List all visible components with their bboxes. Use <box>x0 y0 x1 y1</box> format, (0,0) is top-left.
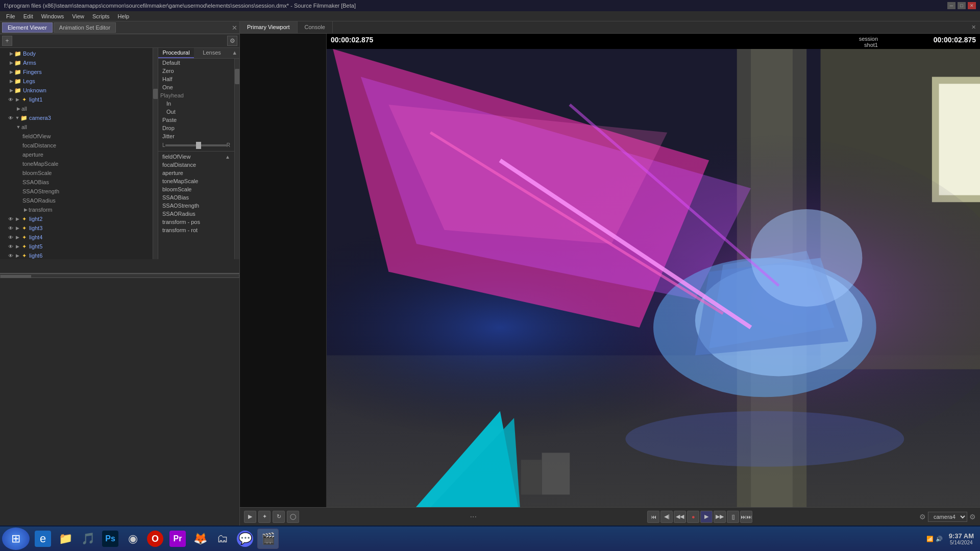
tree-item-unknown[interactable]: ▶ 📁 Unknown <box>0 86 153 95</box>
tree-item-camera3[interactable]: 👁 ▼ 📁 camera3 <box>0 113 153 122</box>
menu-scripts[interactable]: Scripts <box>88 12 114 20</box>
viewport-close-icon[interactable]: ✕ <box>967 21 980 33</box>
left-hscrollbar[interactable] <box>0 274 239 278</box>
eye-icon-light1[interactable]: 👁 <box>8 97 13 103</box>
proc-ssaostrength[interactable]: SSAOStrength <box>158 202 234 210</box>
proc-aperture[interactable]: aperture <box>158 169 234 177</box>
proc-ssaobias[interactable]: SSAOBias <box>158 193 234 202</box>
expand-icon-light3[interactable]: ▶ <box>14 225 20 231</box>
tree-item-ssaostrength[interactable]: SSAOStrength <box>0 187 153 196</box>
proc-slider-track[interactable] <box>165 144 227 146</box>
taskbar-sfm[interactable]: 🎬 <box>257 529 279 549</box>
menu-edit[interactable]: Edit <box>19 12 37 20</box>
proc-one[interactable]: One <box>158 83 234 91</box>
expand-icon-light1[interactable]: ▶ <box>14 96 20 103</box>
tree-item-aperture[interactable]: aperture <box>0 150 153 159</box>
expand-icon-arms[interactable]: ▶ <box>8 60 14 66</box>
pb-tool-select[interactable]: ▶ <box>244 511 256 523</box>
tree-item-transform[interactable]: ▶ transform <box>0 205 153 214</box>
tree-item-tonemapscale[interactable]: toneMapScale <box>0 159 153 168</box>
close-button[interactable]: ✕ <box>968 2 976 9</box>
expand-icon-camera3[interactable]: ▼ <box>14 115 20 121</box>
proc-jitter[interactable]: Jitter <box>158 132 234 140</box>
menu-windows[interactable]: Windows <box>37 12 68 20</box>
proc-ssaoradius[interactable]: SSAORadius <box>158 210 234 218</box>
tree-item-bloomscale[interactable]: bloomScale <box>0 168 153 178</box>
tree-scrollbar[interactable] <box>153 48 158 259</box>
taskbar-photoshop[interactable]: Ps <box>100 529 120 549</box>
tree-item-light1[interactable]: 👁 ▶ ✦ light1 <box>0 95 153 104</box>
proc-bloomscale[interactable]: bloomScale <box>158 185 234 193</box>
proc-paste[interactable]: Paste <box>158 116 234 124</box>
expand-icon-all2[interactable]: ▼ <box>15 124 21 130</box>
tree-item-all-1[interactable]: ▶ all <box>0 104 153 113</box>
proc-in[interactable]: In <box>158 99 234 108</box>
left-hscroll-thumb[interactable] <box>1 275 31 278</box>
expand-icon-light4[interactable]: ▶ <box>14 234 20 240</box>
tree-item-light5[interactable]: 👁 ▶ ✦ light5 <box>0 242 153 251</box>
pb-tool-circle[interactable]: ◯ <box>287 511 299 523</box>
pb-next-frame[interactable]: |] <box>727 511 739 523</box>
menu-view[interactable]: View <box>68 12 88 20</box>
tab-procedural[interactable]: Procedural <box>158 48 194 58</box>
tree-item-light4[interactable]: 👁 ▶ ✦ light4 <box>0 233 153 242</box>
pb-tool-rotate[interactable]: ↻ <box>273 511 285 523</box>
taskbar-opera[interactable]: O <box>145 529 165 549</box>
tree-item-body[interactable]: ▶ 📁 Body <box>0 49 153 58</box>
tree-item-fieldofview[interactable]: fieldOfView <box>0 132 153 141</box>
taskbar-ie[interactable]: e <box>33 529 53 549</box>
tree-view[interactable]: ▶ 📁 Body ▶ 📁 Arms ▶ 📁 Fingers <box>0 48 153 259</box>
expand-icon-all1[interactable]: ▶ <box>15 106 21 112</box>
tab-console[interactable]: Console <box>298 21 333 33</box>
proc-transform-rot[interactable]: transform - rot <box>158 226 234 234</box>
expand-icon-light5[interactable]: ▶ <box>14 243 20 249</box>
taskbar-filemanager[interactable]: 🗂 <box>212 529 233 549</box>
tree-item-light6[interactable]: 👁 ▶ ✦ light6 <box>0 251 153 259</box>
taskbar-premiere[interactable]: Pr <box>167 529 188 549</box>
pb-play[interactable]: ▶ <box>700 511 713 523</box>
tab-element-viewer[interactable]: Element Viewer <box>2 22 53 33</box>
expand-icon-transform[interactable]: ▶ <box>22 207 29 213</box>
pb-tool-transform[interactable]: ✦ <box>258 511 271 523</box>
tree-item-light2[interactable]: 👁 ▶ ✦ light2 <box>0 214 153 223</box>
minimize-button[interactable]: ─ <box>947 2 955 9</box>
viewport-main[interactable]: 00:00:02.875 session shot1 00:00:02.875 <box>327 34 980 507</box>
tree-item-all-2[interactable]: ▼ all <box>0 122 153 132</box>
proc-list[interactable]: Default Zero Half One Playhead In Out Pa… <box>158 59 234 259</box>
panel-close-icon[interactable]: ✕ <box>232 24 237 32</box>
tree-item-ssaobias[interactable]: SSAOBias <box>0 178 153 187</box>
tree-item-ssaoradius[interactable]: SSAORadius <box>0 196 153 205</box>
proc-zero[interactable]: Zero <box>158 67 234 75</box>
eye-icon-light5[interactable]: 👁 <box>8 244 13 249</box>
tree-item-legs[interactable]: ▶ 📁 Legs <box>0 77 153 86</box>
expand-icon-light2[interactable]: ▶ <box>14 216 20 222</box>
pb-prev-keyframe[interactable]: ◀◀ <box>674 511 686 523</box>
proc-scroll-thumb[interactable] <box>235 69 239 84</box>
gear-button[interactable]: ⚙ <box>227 36 237 46</box>
proc-default[interactable]: Default <box>158 59 234 67</box>
proc-out[interactable]: Out <box>158 108 234 116</box>
pb-goto-end[interactable]: ⏭⏭ <box>740 511 752 523</box>
proc-fieldofview[interactable]: fieldOfView ▲ <box>158 153 234 161</box>
proc-drop[interactable]: Drop <box>158 124 234 132</box>
expand-icon-body[interactable]: ▶ <box>8 51 14 57</box>
taskbar-media[interactable]: 🎵 <box>78 529 98 549</box>
tab-animation-set-editor[interactable]: Animation Set Editor <box>54 22 116 33</box>
proc-transform-pos[interactable]: transform - pos <box>158 218 234 226</box>
pb-next-keyframe[interactable]: ▶▶ <box>714 511 726 523</box>
expand-icon-unknown[interactable]: ▶ <box>8 87 14 93</box>
proc-scroll-up[interactable]: ▲ <box>230 48 239 58</box>
pb-prev-frame[interactable]: ◀| <box>660 511 673 523</box>
expand-icon-fingers[interactable]: ▶ <box>8 69 14 75</box>
expand-icon-legs[interactable]: ▶ <box>8 78 14 84</box>
proc-scrollbar[interactable] <box>234 59 239 259</box>
system-clock[interactable]: 9:37 AM 5/14/2024 <box>945 532 978 545</box>
taskbar-explorer[interactable]: 📁 <box>55 529 76 549</box>
tab-lenses[interactable]: Lenses <box>194 48 230 58</box>
camera-settings-icon[interactable]: ⚙ <box>969 513 976 521</box>
taskbar-chrome[interactable]: ◉ <box>122 529 143 549</box>
start-button[interactable]: ⊞ <box>2 528 30 550</box>
expand-icon-light6[interactable]: ▶ <box>14 253 20 259</box>
taskbar-discord[interactable]: 💬 <box>235 529 255 549</box>
taskbar-firefox[interactable]: 🦊 <box>190 529 210 549</box>
